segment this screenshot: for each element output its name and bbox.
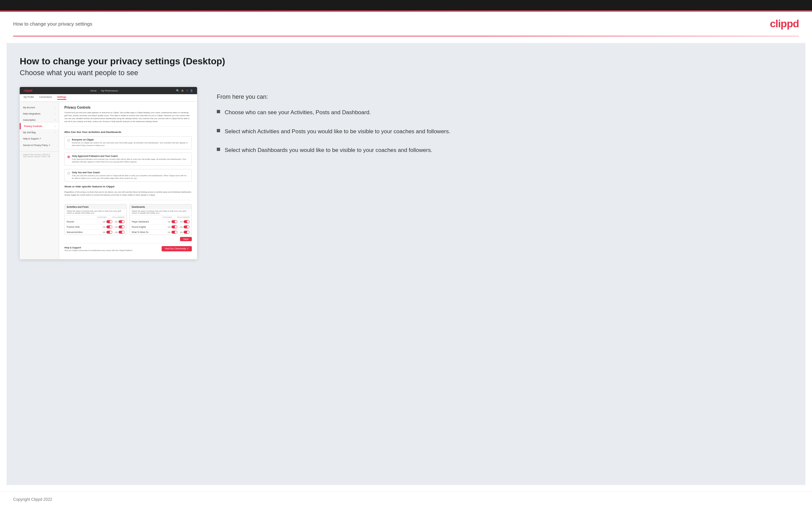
rounds-follower-label: ON	[115, 221, 117, 223]
subnav-settings[interactable]: Settings	[57, 96, 66, 100]
work-coach-group: ON	[168, 231, 177, 234]
toggle-rounds: Rounds ON ON	[65, 219, 126, 224]
radio-label-coach: Only You and Your Coach	[72, 171, 189, 174]
app-logo: clippd	[23, 89, 33, 92]
drills-coach-toggle[interactable]	[106, 225, 112, 228]
toggle-switches-manual: ON ON	[103, 231, 125, 234]
drills-follower-group: ON	[115, 225, 124, 228]
work-coach-toggle[interactable]	[171, 231, 177, 234]
grid-icon[interactable]: ⊞	[181, 89, 184, 92]
toggle-label-drills: Practice Drills	[67, 226, 80, 228]
bullet-list: Choose who can see your Activities, Post…	[217, 108, 792, 155]
radio-circle-followers	[67, 156, 70, 158]
player-coach-toggle[interactable]	[171, 220, 177, 223]
top-bar	[0, 0, 812, 12]
app-body: My Account › Data Integrations › Subscri…	[20, 102, 197, 259]
toggle-switches-work: ON ON	[168, 231, 190, 234]
work-follower-toggle[interactable]	[184, 231, 190, 234]
sidebar-label-policy: Service & Privacy Policy ↗	[23, 144, 50, 147]
help-title: Help & Support	[64, 246, 133, 249]
panel-description: Control how you and your data appears to…	[64, 111, 192, 127]
toggle-label-manual: Manual Activities	[67, 231, 83, 233]
header-divider	[13, 36, 799, 37]
dashboards-table: Dashboards Select the types of activity …	[130, 204, 192, 235]
radio-label-everyone: Everyone on Clippd	[72, 138, 189, 141]
radio-content-followers: Only Approved Followers and Your Coach O…	[72, 155, 189, 163]
page-heading: How to change your privacy settings (Des…	[20, 56, 792, 67]
radio-desc-coach: Only you and the coaches you connect wit…	[72, 174, 189, 180]
top-gradient	[0, 10, 812, 12]
user-icon[interactable]: 👤	[190, 89, 193, 92]
app-navbar: clippd Home My Performance 🔍 ⊞ ☽ 👤	[20, 87, 197, 94]
radio-coach-only[interactable]: Only You and Your Coach Only you and the…	[64, 169, 192, 182]
nav-performance[interactable]: My Performance	[101, 90, 118, 92]
bullet-square-3	[217, 148, 220, 151]
toggle-player-dashboard: Player Dashboard ON ON	[130, 219, 192, 224]
insights-follower-toggle[interactable]	[184, 225, 190, 228]
sidebar-label-privacy: Privacy Controls	[24, 125, 42, 127]
drills-coach-group: ON	[103, 225, 112, 228]
page-subheading: Choose what you want people to see	[20, 69, 792, 77]
visit-community-button[interactable]: Visit Our Community ↗	[162, 246, 192, 251]
section-title-visibility: Who Can See Your Activities and Dashboar…	[64, 130, 192, 133]
save-button[interactable]: Save	[180, 237, 192, 241]
search-icon[interactable]: 🔍	[176, 89, 180, 92]
sidebar-item-privacy-policy[interactable]: Service & Privacy Policy ↗	[20, 142, 59, 149]
bullet-item-2: Select which Activities and Posts you wo…	[217, 127, 792, 136]
radio-circle-coach	[67, 172, 70, 175]
radio-desc-everyone: Everyone on Clippd can search for you an…	[72, 142, 189, 147]
bullet-text-2: Select which Activities and Posts you wo…	[225, 127, 450, 136]
app-sidebar: My Account › Data Integrations › Subscri…	[20, 102, 59, 259]
bullet-item-1: Choose who can see your Activities, Post…	[217, 108, 792, 117]
header: How to change your privacy settings clip…	[0, 12, 812, 36]
work-follower-label: ON	[180, 231, 183, 233]
dashboards-table-header: Dashboards	[130, 205, 192, 209]
manual-coach-toggle[interactable]	[106, 231, 112, 234]
radio-everyone[interactable]: Everyone on Clippd Everyone on Clippd ca…	[64, 136, 192, 149]
subnav-connections[interactable]: Connections	[39, 96, 52, 100]
manual-follower-toggle[interactable]	[118, 231, 124, 234]
col-coaches: COACHES	[97, 216, 107, 218]
toggle-round-insights: Round Insights ON ON	[130, 224, 192, 229]
sidebar-footer: Clippd Client Version: 2022.8.2 SQL Serv…	[20, 151, 59, 160]
drills-follower-toggle[interactable]	[118, 225, 124, 228]
sidebar-item-subscription[interactable]: Subscription ›	[20, 117, 59, 123]
rounds-follower-toggle[interactable]	[118, 220, 124, 223]
drills-follower-label: ON	[115, 226, 117, 228]
toggle-switches-rounds: ON ON	[103, 220, 125, 223]
manual-follower-label: ON	[115, 231, 117, 233]
drills-coach-label: ON	[103, 226, 105, 228]
main-content: How to change your privacy settings (Des…	[7, 43, 805, 485]
sidebar-label-subscription: Subscription	[23, 119, 36, 121]
theme-icon[interactable]: ☽	[186, 89, 188, 92]
player-follower-toggle[interactable]	[184, 220, 190, 223]
radio-followers[interactable]: Only Approved Followers and Your Coach O…	[64, 153, 192, 166]
rounds-coach-toggle[interactable]	[106, 220, 112, 223]
toggle-label-work: What To Work On	[132, 231, 148, 233]
help-desc: Visit our Clippd community to troublesho…	[64, 249, 133, 251]
col-followers: FOLLOWERS	[112, 216, 124, 218]
sidebar-item-account[interactable]: My Account ›	[20, 104, 59, 111]
panel-title: Privacy Controls	[64, 106, 192, 109]
rounds-follower-group: ON	[115, 220, 124, 223]
content-row: clippd Home My Performance 🔍 ⊞ ☽ 👤 My Pr…	[20, 87, 792, 259]
save-row: Save	[64, 235, 192, 243]
sidebar-item-data-integrations[interactable]: Data Integrations ›	[20, 111, 59, 117]
toggle-label-insights: Round Insights	[132, 226, 146, 228]
help-section: Help & Support Visit our Clippd communit…	[64, 243, 192, 251]
subnav-profile[interactable]: My Profile	[23, 96, 34, 100]
sidebar-item-golfbag[interactable]: My Golf Bag ›	[20, 129, 59, 135]
sidebar-item-help[interactable]: Help & Support ↗	[20, 135, 59, 142]
toggles-row: Activities and Posts Select the types of…	[64, 204, 192, 235]
manual-coach-group: ON	[103, 231, 112, 234]
sidebar-label-help: Help & Support ↗	[23, 137, 41, 140]
nav-home[interactable]: Home	[90, 90, 97, 92]
sidebar-item-privacy[interactable]: Privacy Controls ›	[20, 123, 59, 129]
insights-coach-toggle[interactable]	[171, 225, 177, 228]
player-follower-label: ON	[180, 221, 183, 223]
chevron-data-icon: ›	[55, 113, 55, 115]
work-coach-label: ON	[168, 231, 170, 233]
toggle-drills: Practice Drills ON ON	[65, 224, 126, 229]
activities-table-desc: Select the types of activity that you'd …	[65, 209, 126, 215]
player-follower-group: ON	[180, 220, 190, 223]
